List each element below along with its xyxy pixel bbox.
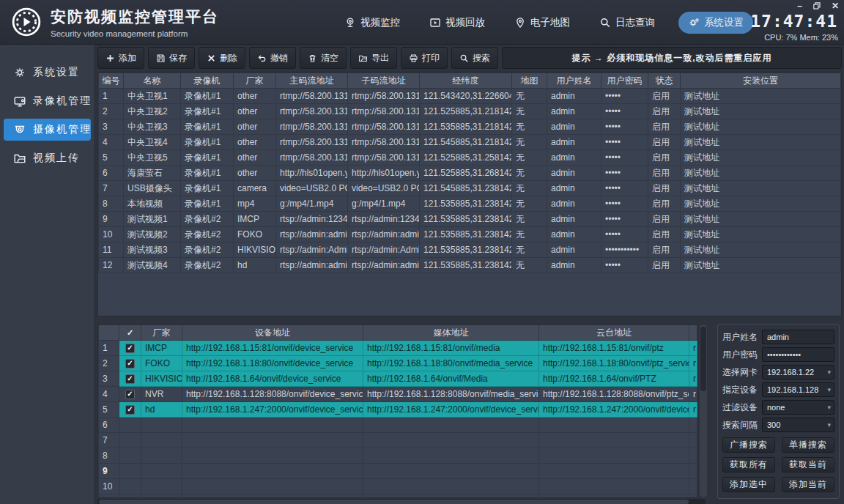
table-cell[interactable]: 1 bbox=[99, 89, 124, 104]
overflow-cell[interactable]: r bbox=[689, 387, 697, 402]
table-cell[interactable]: 启用 bbox=[648, 89, 681, 104]
table-cell[interactable]: g:/mp4/1.mp4 bbox=[276, 196, 348, 212]
table-cell[interactable]: ••••• bbox=[601, 258, 648, 273]
empty-cell[interactable] bbox=[182, 433, 363, 448]
table-row[interactable]: 1中央卫视1录像机#1otherrtmp://58.200.131....rtm… bbox=[99, 89, 841, 104]
table-cell[interactable]: ••••• bbox=[601, 135, 648, 150]
column-header[interactable]: 安装位置 bbox=[681, 73, 841, 89]
table-cell[interactable]: hd bbox=[234, 258, 276, 273]
row-number-cell[interactable]: 7 bbox=[99, 433, 119, 448]
table-cell[interactable]: http://hls01open.ys... bbox=[276, 166, 348, 181]
table-cell[interactable]: rtmp://58.200.131.... bbox=[348, 89, 420, 104]
table-cell[interactable]: ••••• bbox=[601, 196, 648, 212]
table-cell[interactable]: 6 bbox=[99, 166, 124, 181]
table-row[interactable]: 7USB摄像头录像机#1cameravideo=USB2.0 PC ...vid… bbox=[99, 181, 841, 196]
table-cell[interactable]: admin bbox=[547, 89, 601, 104]
table-cell[interactable]: rtmp://58.200.131.... bbox=[276, 135, 348, 150]
empty-cell[interactable] bbox=[119, 494, 141, 499]
table-cell[interactable]: 录像机#1 bbox=[181, 196, 234, 212]
add-selected-button[interactable]: 添加选中 bbox=[722, 477, 775, 492]
table-cell[interactable]: admin bbox=[547, 135, 601, 150]
table-cell[interactable]: 启用 bbox=[648, 258, 681, 273]
table-cell[interactable]: 中央卫视4 bbox=[124, 135, 181, 150]
table-cell[interactable]: 测试地址 bbox=[681, 119, 841, 135]
nav-item-system-settings[interactable]: 系统设置 bbox=[678, 12, 753, 34]
empty-cell[interactable] bbox=[689, 479, 697, 494]
table-cell[interactable]: 启用 bbox=[648, 119, 681, 135]
table-cell[interactable]: other bbox=[234, 166, 276, 181]
row-number-cell[interactable]: 2 bbox=[99, 356, 119, 371]
empty-cell[interactable] bbox=[141, 448, 182, 464]
print-button[interactable]: 打印 bbox=[401, 47, 448, 69]
table-cell[interactable]: camera bbox=[234, 181, 276, 196]
device-table-empty-row[interactable]: 8 bbox=[99, 448, 697, 464]
empty-cell[interactable] bbox=[363, 494, 539, 499]
table-cell[interactable]: rtmp://58.200.131.... bbox=[276, 119, 348, 135]
empty-cell[interactable] bbox=[119, 448, 141, 464]
get-all-button[interactable]: 获取所有 bbox=[722, 457, 775, 472]
table-cell[interactable]: 测试地址 bbox=[681, 181, 841, 196]
save-button[interactable]: 保存 bbox=[148, 47, 195, 69]
table-cell[interactable]: 3 bbox=[99, 119, 124, 135]
table-cell[interactable]: 测试地址 bbox=[681, 258, 841, 273]
table-cell[interactable]: 测试地址 bbox=[681, 104, 841, 119]
overflow-cell[interactable]: r bbox=[689, 341, 697, 356]
table-cell[interactable]: ••••• bbox=[601, 150, 648, 166]
table-cell[interactable]: 录像机#1 bbox=[181, 150, 234, 166]
table-row[interactable]: 4中央卫视4录像机#1otherrtmp://58.200.131....rtm… bbox=[99, 135, 841, 150]
table-cell[interactable]: 121.535885,31.238142 bbox=[420, 212, 512, 227]
row-number-cell[interactable]: 9 bbox=[99, 464, 119, 479]
table-cell[interactable]: 无 bbox=[512, 242, 547, 258]
column-header[interactable]: 云台地址 bbox=[539, 325, 689, 341]
sidebar-item-camera-management[interactable]: 摄像机管理 bbox=[4, 119, 91, 141]
column-header[interactable]: 厂家 bbox=[141, 325, 182, 341]
table-cell[interactable]: rtsp://admin:admin... bbox=[276, 227, 348, 242]
table-cell[interactable]: rtsp://admin:12345... bbox=[276, 212, 348, 227]
table-cell[interactable]: 无 bbox=[512, 196, 547, 212]
table-cell[interactable]: admin bbox=[547, 212, 601, 227]
table-cell[interactable]: ••••• bbox=[601, 119, 648, 135]
table-cell[interactable]: admin bbox=[547, 242, 601, 258]
filter-device-select[interactable]: none▾ bbox=[762, 400, 834, 415]
row-checkbox[interactable]: ✓ bbox=[125, 405, 135, 415]
empty-cell[interactable] bbox=[182, 479, 363, 494]
table-row[interactable]: 8本地视频录像机#1mp4g:/mp4/1.mp4g:/mp4/1.mp4121… bbox=[99, 196, 841, 212]
get-current-button[interactable]: 获取当前 bbox=[782, 457, 834, 472]
table-cell[interactable]: other bbox=[234, 89, 276, 104]
table-cell[interactable]: 中央卫视1 bbox=[124, 89, 181, 104]
table-cell[interactable]: 9 bbox=[99, 212, 124, 227]
table-cell[interactable]: 5 bbox=[99, 150, 124, 166]
table-cell[interactable]: 无 bbox=[512, 166, 547, 181]
table-cell[interactable]: http://192.168.1.64/onvif/PTZ bbox=[539, 371, 689, 387]
table-cell[interactable]: ••••••••••• bbox=[601, 242, 648, 258]
add-button[interactable]: 添加 bbox=[97, 47, 144, 69]
table-cell[interactable]: rtmp://58.200.131.... bbox=[348, 104, 420, 119]
table-cell[interactable]: http://192.168.1.15:81/onvif/device_serv… bbox=[182, 341, 363, 356]
table-cell[interactable]: 121.545885,31.218142 bbox=[420, 135, 512, 150]
table-cell[interactable]: ••••• bbox=[601, 227, 648, 242]
empty-cell[interactable] bbox=[363, 418, 539, 433]
table-cell[interactable]: 启用 bbox=[648, 242, 681, 258]
table-cell[interactable]: ••••• bbox=[601, 166, 648, 181]
table-cell[interactable]: 121.535885,31.218142 bbox=[420, 119, 512, 135]
table-cell[interactable]: 121.545885,31.238142 bbox=[420, 181, 512, 196]
table-cell[interactable]: rtmp://58.200.131.... bbox=[276, 89, 348, 104]
table-cell[interactable]: 录像机#2 bbox=[181, 258, 234, 273]
table-cell[interactable]: 测试地址 bbox=[681, 212, 841, 227]
empty-cell[interactable] bbox=[141, 494, 182, 499]
table-cell[interactable]: other bbox=[234, 150, 276, 166]
column-header[interactable]: 地图 bbox=[512, 73, 547, 89]
close-button[interactable]: ✕ bbox=[832, 2, 839, 10]
password-field[interactable]: •••••••••••• bbox=[762, 347, 834, 362]
table-cell[interactable]: 2 bbox=[99, 104, 124, 119]
table-cell[interactable]: http://192.168.1.64/onvif/device_service bbox=[182, 371, 363, 387]
table-cell[interactable]: http://192.168.1.247:2000/onvif/device_s… bbox=[539, 402, 689, 418]
empty-cell[interactable] bbox=[363, 479, 539, 494]
table-cell[interactable]: 中央卫视2 bbox=[124, 104, 181, 119]
table-cell[interactable]: 无 bbox=[512, 258, 547, 273]
device-table-empty-row[interactable]: 6 bbox=[99, 418, 697, 433]
table-cell[interactable]: http://192.168.1.15:81/onvif/ptz bbox=[539, 341, 689, 356]
table-row[interactable]: 12测试视频4录像机#2hdrtsp://admin:admin...rtsp:… bbox=[99, 258, 841, 273]
table-cell[interactable]: 中央卫视5 bbox=[124, 150, 181, 166]
table-cell[interactable]: 8 bbox=[99, 196, 124, 212]
